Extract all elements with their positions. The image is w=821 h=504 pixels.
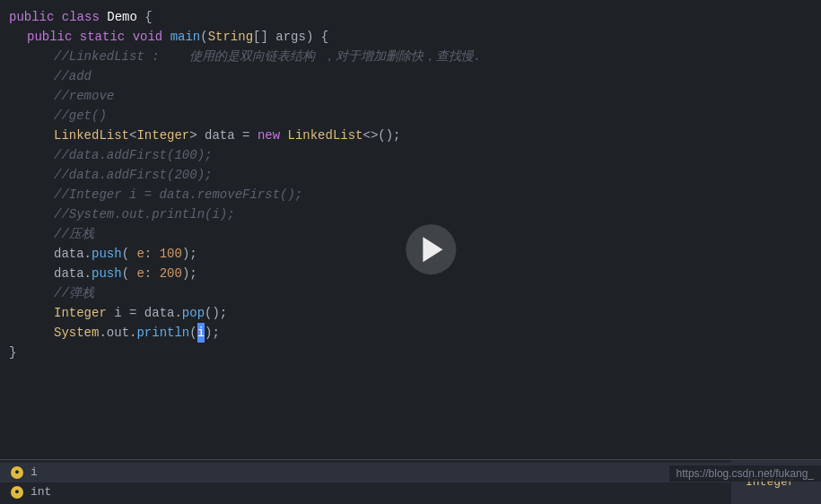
code-line-10: //Integer i = data.removeFirst(); [0,185,821,204]
code-line-15: //弹栈 [0,283,821,303]
code-line-16: Integer i = data.pop(); [0,303,821,323]
autocomplete-item-int[interactable]: ● int [0,482,731,502]
autocomplete-item-i[interactable]: ● i [0,463,731,482]
code-line-2: public static void main(String[] args) { [0,27,821,47]
code-editor: public class Demo { public static void m… [0,0,821,504]
code-line-1: public class Demo { [0,7,821,27]
code-line-9: //data.addFirst(200); [0,165,821,185]
autocomplete-list: ● i ● int [0,460,731,504]
code-line-6: //get() [0,106,821,126]
code-line-3: //LinkedList : 使用的是双向链表结构 ，对于增加删除快，查找慢. [0,47,821,66]
code-line-8: //data.addFirst(100); [0,145,821,165]
code-line-14: data.push( e: 200); [0,264,821,283]
play-button[interactable] [406,224,456,274]
code-line-17: System.out.println(i); [0,323,821,343]
autocomplete-icon-int: ● [11,486,23,499]
watermark: https://blog.csdn.net/fukang_ [669,465,821,482]
keyword-public: public [9,7,62,27]
autocomplete-icon-i: ● [11,466,23,479]
code-line-5: //remove [0,86,821,106]
keyword-class: class [62,7,107,27]
code-line-11: //System.out.println(i); [0,204,821,224]
cursor-position: i [197,323,205,343]
code-line-4: //add [0,66,821,86]
code-line-7: LinkedList<Integer> data = new LinkedLis… [0,126,821,145]
code-line-18: } [0,343,821,362]
autocomplete-text-int: int [31,485,51,499]
classname-demo: Demo [107,7,144,27]
autocomplete-text-i: i [31,465,38,479]
